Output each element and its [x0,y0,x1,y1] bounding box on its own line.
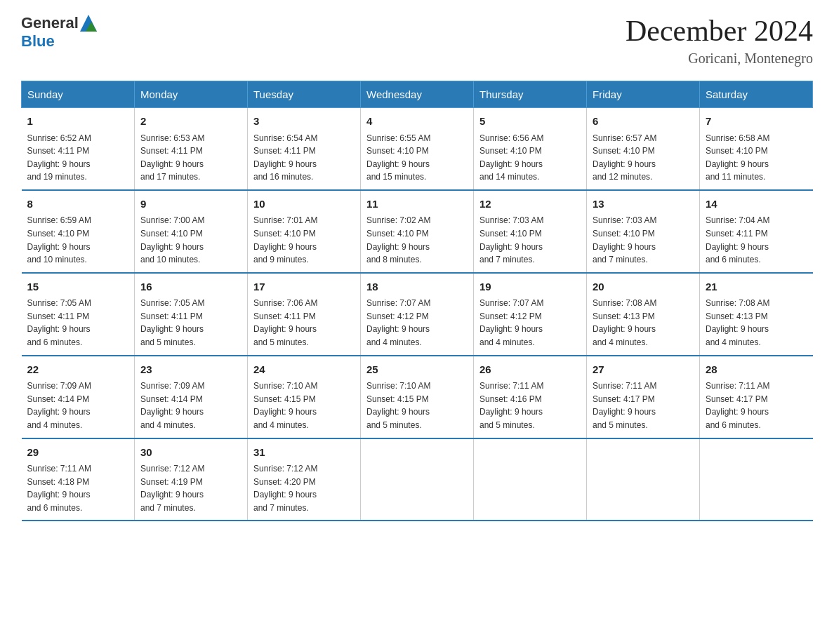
day-number: 14 [706,196,807,213]
day-info: Sunrise: 7:07 AM Sunset: 4:12 PM Dayligh… [479,297,581,349]
day-number: 26 [479,362,581,378]
day-info: Sunrise: 7:07 AM Sunset: 4:12 PM Dayligh… [366,297,468,349]
table-row: 22 Sunrise: 7:09 AM Sunset: 4:14 PM Dayl… [22,356,135,438]
day-number: 31 [253,445,355,461]
table-row: 15 Sunrise: 7:05 AM Sunset: 4:11 PM Dayl… [22,273,135,356]
table-row: 5 Sunrise: 6:56 AM Sunset: 4:10 PM Dayli… [474,108,587,190]
table-row [587,438,700,521]
logo-triangle-icon [80,15,97,32]
day-number: 11 [366,196,468,213]
table-row: 27 Sunrise: 7:11 AM Sunset: 4:17 PM Dayl… [587,356,700,438]
col-friday: Friday [587,81,700,108]
day-info: Sunrise: 7:10 AM Sunset: 4:15 PM Dayligh… [366,380,468,431]
day-number: 16 [140,279,241,295]
table-row: 28 Sunrise: 7:11 AM Sunset: 4:17 PM Dayl… [700,356,813,438]
day-info: Sunrise: 7:02 AM Sunset: 4:10 PM Dayligh… [366,214,468,266]
day-info: Sunrise: 7:03 AM Sunset: 4:10 PM Dayligh… [479,214,581,266]
col-wednesday: Wednesday [361,81,474,108]
table-row: 26 Sunrise: 7:11 AM Sunset: 4:16 PM Dayl… [474,356,587,438]
col-tuesday: Tuesday [248,81,361,108]
day-info: Sunrise: 7:11 AM Sunset: 4:17 PM Dayligh… [593,380,694,431]
calendar-week-row: 22 Sunrise: 7:09 AM Sunset: 4:14 PM Dayl… [22,356,813,438]
table-row: 19 Sunrise: 7:07 AM Sunset: 4:12 PM Dayl… [474,273,587,356]
day-number: 13 [593,196,694,213]
day-number: 8 [27,196,129,213]
calendar-table: Sunday Monday Tuesday Wednesday Thursday… [21,81,813,521]
table-row: 3 Sunrise: 6:54 AM Sunset: 4:11 PM Dayli… [248,108,361,190]
day-info: Sunrise: 7:10 AM Sunset: 4:15 PM Dayligh… [253,380,355,431]
day-number: 6 [593,114,694,130]
table-row: 21 Sunrise: 7:08 AM Sunset: 4:13 PM Dayl… [700,273,813,356]
col-monday: Monday [135,81,248,108]
day-info: Sunrise: 6:58 AM Sunset: 4:10 PM Dayligh… [706,132,807,184]
day-info: Sunrise: 6:57 AM Sunset: 4:10 PM Dayligh… [593,132,694,184]
table-row: 1 Sunrise: 6:52 AM Sunset: 4:11 PM Dayli… [22,108,135,190]
day-info: Sunrise: 7:08 AM Sunset: 4:13 PM Dayligh… [593,297,694,349]
table-row: 12 Sunrise: 7:03 AM Sunset: 4:10 PM Dayl… [474,190,587,273]
table-row: 4 Sunrise: 6:55 AM Sunset: 4:10 PM Dayli… [361,108,474,190]
day-number: 2 [140,114,241,130]
day-info: Sunrise: 6:54 AM Sunset: 4:11 PM Dayligh… [253,132,355,184]
table-row: 7 Sunrise: 6:58 AM Sunset: 4:10 PM Dayli… [700,108,813,190]
day-info: Sunrise: 7:11 AM Sunset: 4:18 PM Dayligh… [27,462,129,514]
day-info: Sunrise: 7:08 AM Sunset: 4:13 PM Dayligh… [706,297,807,349]
table-row: 14 Sunrise: 7:04 AM Sunset: 4:11 PM Dayl… [700,190,813,273]
table-row: 17 Sunrise: 7:06 AM Sunset: 4:11 PM Dayl… [248,273,361,356]
day-number: 22 [27,362,129,378]
day-info: Sunrise: 7:09 AM Sunset: 4:14 PM Dayligh… [27,380,129,431]
title-section: December 2024 Goricani, Montenegro [626,14,813,67]
day-info: Sunrise: 6:59 AM Sunset: 4:10 PM Dayligh… [27,214,129,266]
day-info: Sunrise: 6:56 AM Sunset: 4:10 PM Dayligh… [479,132,581,184]
table-row: 13 Sunrise: 7:03 AM Sunset: 4:10 PM Dayl… [587,190,700,273]
calendar-week-row: 8 Sunrise: 6:59 AM Sunset: 4:10 PM Dayli… [22,190,813,273]
calendar-week-row: 29 Sunrise: 7:11 AM Sunset: 4:18 PM Dayl… [22,438,813,521]
table-row: 6 Sunrise: 6:57 AM Sunset: 4:10 PM Dayli… [587,108,700,190]
col-sunday: Sunday [22,81,135,108]
day-info: Sunrise: 7:11 AM Sunset: 4:16 PM Dayligh… [479,380,581,431]
calendar-header-row: Sunday Monday Tuesday Wednesday Thursday… [22,81,813,108]
day-number: 12 [479,196,581,213]
day-info: Sunrise: 7:01 AM Sunset: 4:10 PM Dayligh… [253,214,355,266]
table-row: 23 Sunrise: 7:09 AM Sunset: 4:14 PM Dayl… [135,356,248,438]
day-info: Sunrise: 7:05 AM Sunset: 4:11 PM Dayligh… [140,297,241,349]
table-row: 9 Sunrise: 7:00 AM Sunset: 4:10 PM Dayli… [135,190,248,273]
day-number: 5 [479,114,581,130]
table-row [700,438,813,521]
logo: General Blue [21,14,97,51]
day-info: Sunrise: 6:53 AM Sunset: 4:11 PM Dayligh… [140,132,241,184]
table-row [474,438,587,521]
day-info: Sunrise: 7:05 AM Sunset: 4:11 PM Dayligh… [27,297,129,349]
table-row: 30 Sunrise: 7:12 AM Sunset: 4:19 PM Dayl… [135,438,248,521]
day-number: 15 [27,279,129,295]
logo-blue-text: Blue [21,32,97,51]
day-number: 24 [253,362,355,378]
page-header: General Blue December 2024 Goricani, Mon… [21,14,813,67]
logo-general-text: General [21,14,79,32]
day-number: 27 [593,362,694,378]
day-number: 10 [253,196,355,213]
table-row: 8 Sunrise: 6:59 AM Sunset: 4:10 PM Dayli… [22,190,135,273]
table-row: 2 Sunrise: 6:53 AM Sunset: 4:11 PM Dayli… [135,108,248,190]
day-number: 30 [140,445,241,461]
day-info: Sunrise: 7:12 AM Sunset: 4:20 PM Dayligh… [253,462,355,514]
month-title: December 2024 [626,14,813,48]
table-row: 31 Sunrise: 7:12 AM Sunset: 4:20 PM Dayl… [248,438,361,521]
day-number: 4 [366,114,468,130]
day-number: 7 [706,114,807,130]
location-title: Goricani, Montenegro [626,51,813,67]
day-number: 20 [593,279,694,295]
table-row: 25 Sunrise: 7:10 AM Sunset: 4:15 PM Dayl… [361,356,474,438]
day-info: Sunrise: 7:00 AM Sunset: 4:10 PM Dayligh… [140,214,241,266]
table-row: 18 Sunrise: 7:07 AM Sunset: 4:12 PM Dayl… [361,273,474,356]
table-row: 24 Sunrise: 7:10 AM Sunset: 4:15 PM Dayl… [248,356,361,438]
day-number: 29 [27,445,129,461]
day-info: Sunrise: 6:52 AM Sunset: 4:11 PM Dayligh… [27,132,129,184]
day-number: 23 [140,362,241,378]
day-info: Sunrise: 7:11 AM Sunset: 4:17 PM Dayligh… [706,380,807,431]
table-row: 11 Sunrise: 7:02 AM Sunset: 4:10 PM Dayl… [361,190,474,273]
col-saturday: Saturday [700,81,813,108]
day-number: 21 [706,279,807,295]
table-row: 16 Sunrise: 7:05 AM Sunset: 4:11 PM Dayl… [135,273,248,356]
table-row: 20 Sunrise: 7:08 AM Sunset: 4:13 PM Dayl… [587,273,700,356]
day-number: 3 [253,114,355,130]
